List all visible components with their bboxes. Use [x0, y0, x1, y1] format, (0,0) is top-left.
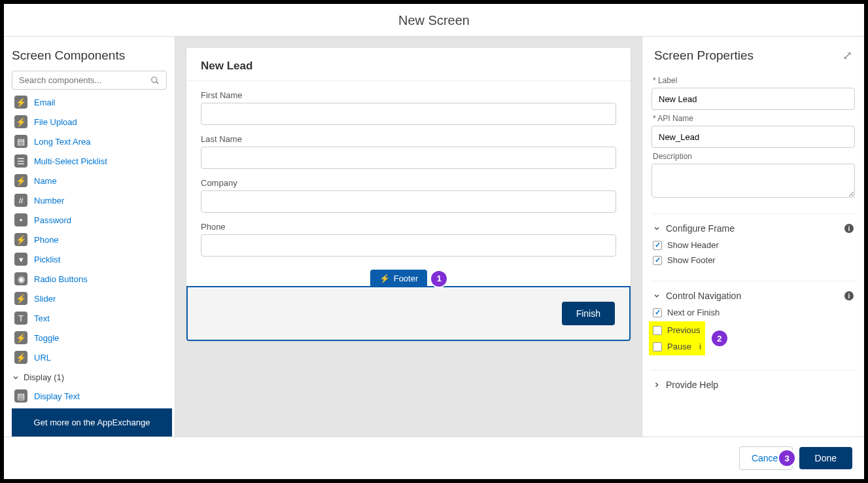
section-configure-frame: Configure Frame i Show Header Show Foote… — [651, 213, 855, 268]
show-header-checkbox[interactable]: Show Header — [651, 238, 855, 253]
field-label: Company — [201, 178, 616, 188]
checkbox-label: Pause — [667, 342, 691, 351]
provide-help-header[interactable]: Provide Help — [651, 376, 855, 394]
finish-button[interactable]: Finish — [562, 302, 615, 325]
component-picklist[interactable]: ▾Picklist — [12, 249, 172, 269]
lightning-icon: ⚡ — [14, 115, 27, 128]
field-first-name[interactable]: First Name — [201, 90, 616, 125]
search-input[interactable] — [19, 75, 150, 85]
component-name[interactable]: ⚡Name — [12, 171, 172, 190]
description-input[interactable] — [651, 164, 855, 198]
annotation-2: 2 — [712, 331, 727, 346]
number-icon: # — [14, 194, 27, 207]
svg-line-1 — [156, 81, 159, 84]
checkbox-icon — [653, 256, 662, 265]
footer-tag-row: ⚡ Footer 1 — [186, 270, 631, 287]
field-input[interactable] — [201, 190, 616, 213]
section-provide-help: Provide Help — [651, 370, 855, 394]
footer-chip-label: Footer — [394, 274, 419, 283]
expand-icon[interactable]: ⤢ — [842, 48, 852, 63]
checkbox-label: Show Header — [667, 240, 719, 250]
checkbox-icon — [653, 241, 662, 250]
api-name-input[interactable] — [651, 126, 855, 148]
configure-frame-label: Configure Frame — [666, 223, 735, 234]
info-icon[interactable]: i — [844, 291, 854, 300]
done-button[interactable]: Done — [799, 447, 852, 469]
textarea-icon: ▤ — [14, 135, 27, 148]
field-label: Phone — [201, 222, 616, 232]
component-radio-buttons[interactable]: ◉Radio Buttons — [12, 269, 172, 289]
component-list: ⚡Email ⚡File Upload ▤Long Text Area ☰Mul… — [12, 92, 172, 406]
modal-footer: Cancel 3 Done — [4, 437, 864, 479]
screen-canvas: New Lead First Name Last Name Company — [186, 47, 631, 342]
lightning-icon: ⚡ — [14, 174, 27, 187]
component-number[interactable]: #Number — [12, 190, 172, 210]
component-password[interactable]: •Password — [12, 210, 172, 230]
properties-panel: Screen Properties ⤢ * Label * API Name D… — [642, 37, 864, 437]
lightning-icon: ⚡ — [14, 331, 27, 344]
display-group-header[interactable]: Display (1) — [12, 367, 172, 386]
lightning-icon: ⚡ — [14, 292, 27, 305]
info-icon[interactable]: i — [844, 224, 854, 233]
field-phone[interactable]: Phone — [201, 222, 616, 257]
component-toggle[interactable]: ⚡Toggle — [12, 328, 172, 348]
lightning-icon: ⚡ — [14, 233, 27, 246]
label-input[interactable] — [651, 88, 855, 110]
label-caption: * Label — [653, 76, 854, 85]
component-file-upload[interactable]: ⚡File Upload — [12, 112, 172, 132]
field-company[interactable]: Company — [201, 178, 616, 213]
picklist-icon: ▾ — [14, 253, 27, 266]
configure-frame-header[interactable]: Configure Frame i — [651, 219, 855, 238]
component-text[interactable]: TText — [12, 308, 172, 328]
left-panel-title: Screen Components — [12, 43, 172, 71]
next-or-finish-checkbox[interactable]: Next or Finish — [651, 305, 855, 320]
properties-scroll: Screen Properties ⤢ * Label * API Name D… — [642, 37, 864, 437]
chevron-down-icon — [12, 374, 20, 382]
chevron-down-icon — [653, 292, 661, 300]
component-email[interactable]: ⚡Email — [12, 92, 172, 112]
component-multi-select-picklist[interactable]: ☰Multi-Select Picklist — [12, 151, 172, 171]
pause-checkbox[interactable]: Pausei — [651, 339, 703, 354]
app-frame: New Screen Screen Components ⚡Email ⚡Fil… — [4, 4, 864, 479]
password-icon: • — [14, 213, 27, 226]
field-input[interactable] — [201, 234, 616, 257]
control-navigation-header[interactable]: Control Navigation i — [651, 287, 855, 305]
show-footer-checkbox[interactable]: Show Footer — [651, 253, 855, 268]
checkbox-icon — [653, 342, 662, 351]
radio-icon: ◉ — [14, 272, 27, 285]
search-icon — [150, 76, 160, 85]
footer-chip[interactable]: ⚡ Footer — [370, 270, 428, 287]
chevron-right-icon — [653, 381, 661, 389]
annotation-3: 3 — [779, 450, 795, 466]
appexchange-button[interactable]: Get more on the AppExchange — [12, 408, 172, 437]
component-slider[interactable]: ⚡Slider — [12, 289, 172, 308]
checkbox-icon — [653, 326, 662, 335]
annotation-1: 1 — [431, 271, 447, 287]
component-display-text[interactable]: ▤Display Text — [12, 386, 172, 406]
checkbox-label: Next or Finish — [667, 308, 720, 317]
lightning-icon: ⚡ — [14, 351, 27, 364]
field-last-name[interactable]: Last Name — [201, 134, 616, 169]
checkbox-label: Show Footer — [667, 255, 716, 265]
modal-title: New Screen — [4, 4, 864, 37]
canvas-area: New Lead First Name Last Name Company — [175, 37, 642, 437]
highlighted-nav-options: Previous Pausei — [649, 321, 705, 355]
component-url[interactable]: ⚡URL — [12, 348, 172, 367]
canvas-heading: New Lead — [186, 48, 631, 81]
info-icon[interactable]: i — [699, 342, 701, 351]
properties-title: Screen Properties — [654, 48, 754, 63]
footer-section-selected[interactable]: Finish — [186, 286, 631, 341]
display-group-label: Display (1) — [24, 372, 64, 382]
previous-checkbox[interactable]: Previous — [651, 323, 703, 338]
component-search[interactable] — [12, 71, 167, 90]
section-control-navigation: Control Navigation i Next or Finish Prev… — [651, 281, 855, 357]
component-phone[interactable]: ⚡Phone — [12, 230, 172, 249]
provide-help-label: Provide Help — [666, 380, 718, 390]
field-input[interactable] — [201, 103, 616, 125]
text-icon: T — [14, 312, 27, 325]
field-input[interactable] — [201, 147, 616, 169]
checkbox-label: Previous — [667, 325, 701, 335]
checkbox-icon — [653, 308, 662, 317]
component-long-text-area[interactable]: ▤Long Text Area — [12, 132, 172, 151]
left-panel: Screen Components ⚡Email ⚡File Upload ▤L… — [4, 37, 175, 437]
